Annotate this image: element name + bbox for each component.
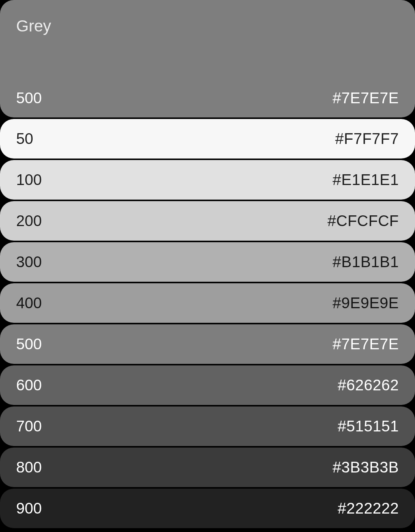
swatch-hex-value: #515151 — [338, 418, 399, 435]
swatch-hex-value: #B1B1B1 — [332, 253, 399, 271]
swatch-row: 500#7E7E7E — [0, 324, 415, 364]
swatch-hex-value: #626262 — [338, 377, 399, 394]
header-hex-value: #7E7E7E — [332, 89, 399, 107]
swatch-row: 50#F7F7F7 — [0, 119, 415, 159]
swatch-row: 700#515151 — [0, 406, 415, 446]
swatch-shade-label: 700 — [16, 418, 42, 435]
swatch-hex-value: #9E9E9E — [332, 294, 399, 312]
swatch-hex-value: #E1E1E1 — [332, 171, 399, 188]
swatch-list: 50#F7F7F7100#E1E1E1200#CFCFCF300#B1B1B14… — [0, 119, 415, 528]
swatch-row: 200#CFCFCF — [0, 201, 415, 241]
swatch-shade-label: 900 — [16, 500, 42, 517]
swatch-shade-label: 400 — [16, 294, 42, 312]
swatch-hex-value: #CFCFCF — [327, 212, 399, 230]
swatch-row: 400#9E9E9E — [0, 283, 415, 323]
swatch-row: 900#222222 — [0, 489, 415, 528]
swatch-hex-value: #F7F7F7 — [335, 130, 399, 147]
swatch-hex-value: #7E7E7E — [332, 335, 399, 353]
swatch-shade-label: 50 — [16, 130, 33, 147]
swatch-shade-label: 300 — [16, 253, 42, 271]
palette-header: Grey 500 #7E7E7E — [0, 0, 415, 117]
palette-header-footer: 500 #7E7E7E — [16, 89, 399, 107]
palette-name: Grey — [16, 17, 399, 35]
swatch-shade-label: 500 — [16, 335, 42, 353]
header-shade-label: 500 — [16, 89, 42, 107]
swatch-shade-label: 100 — [16, 171, 42, 188]
swatch-row: 300#B1B1B1 — [0, 242, 415, 282]
swatch-shade-label: 600 — [16, 377, 42, 394]
swatch-shade-label: 800 — [16, 459, 42, 476]
color-palette: Grey 500 #7E7E7E 50#F7F7F7100#E1E1E1200#… — [0, 0, 415, 528]
swatch-hex-value: #3B3B3B — [332, 459, 399, 476]
swatch-shade-label: 200 — [16, 212, 42, 230]
swatch-row: 600#626262 — [0, 365, 415, 405]
swatch-row: 800#3B3B3B — [0, 448, 415, 487]
swatch-hex-value: #222222 — [338, 500, 399, 517]
swatch-row: 100#E1E1E1 — [0, 160, 415, 200]
